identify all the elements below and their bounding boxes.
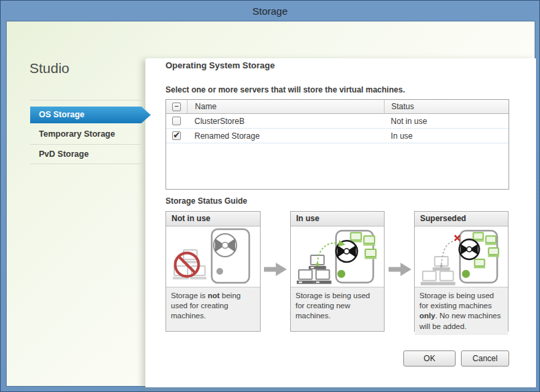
checkmark-icon: ✔ xyxy=(173,131,180,139)
server-status: In use xyxy=(384,131,509,141)
guide-heading: Storage Status Guide xyxy=(165,196,247,206)
server-table: – Name Status ClusterStoreB Not in use ✔ xyxy=(165,99,509,190)
server-name: Renamed Storage xyxy=(187,131,384,141)
checkbox-cell xyxy=(166,114,187,128)
cancel-button[interactable]: Cancel xyxy=(461,350,509,367)
sidebar-item-os-storage[interactable]: OS Storage xyxy=(30,101,145,123)
card-caption: Storage is being used for creating new m… xyxy=(291,287,384,331)
guide-card-not-in-use: Not in use xyxy=(165,211,261,332)
window-title: Storage xyxy=(253,5,288,17)
page-title: Operating System Storage xyxy=(165,60,275,70)
table-header-row: – Name Status xyxy=(166,100,509,114)
guide-card-in-use: In use xyxy=(290,211,385,332)
column-header-name[interactable]: Name xyxy=(188,102,384,111)
not-in-use-illustration-icon xyxy=(166,226,260,287)
card-caption: Storage is not being used for creating m… xyxy=(166,287,260,331)
studio-brand: Studio xyxy=(29,60,70,76)
table-row[interactable]: ✔ Renamed Storage In use xyxy=(166,129,509,143)
title-bar[interactable]: Storage xyxy=(1,1,539,21)
select-all-cell: – xyxy=(166,100,188,113)
card-title: In use xyxy=(291,212,384,226)
sidebar-item-temporary-storage[interactable]: Temporary Storage xyxy=(30,123,145,145)
guide-card-superseded: Superseded xyxy=(414,211,509,332)
sidebar-item-pvd-storage[interactable]: PvD Storage xyxy=(30,145,145,164)
sidebar-item-label: OS Storage xyxy=(39,110,84,119)
row-checkbox-checked[interactable]: ✔ xyxy=(172,131,181,140)
indeterminate-icon: – xyxy=(174,103,178,110)
server-name: ClusterStoreB xyxy=(187,117,384,126)
instruction-text: Select one or more servers that will sto… xyxy=(165,85,405,94)
select-all-checkbox[interactable]: – xyxy=(172,103,181,111)
sidebar-item-label: PvD Storage xyxy=(39,149,88,159)
checkbox-cell: ✔ xyxy=(166,129,187,143)
card-title: Not in use xyxy=(166,212,260,226)
card-title: Superseded xyxy=(415,212,508,226)
superseded-illustration-icon xyxy=(415,226,508,287)
sidebar-nav: OS Storage Temporary Storage PvD Storage xyxy=(30,100,145,164)
table-row[interactable]: ClusterStoreB Not in use xyxy=(166,114,509,129)
in-use-illustration-icon xyxy=(291,226,384,287)
dialog-content: Studio OS Storage Temporary Storage PvD … xyxy=(6,21,535,387)
card-caption: Storage is being used for existing machi… xyxy=(415,287,508,335)
column-header-status[interactable]: Status xyxy=(384,100,509,113)
server-status: Not in use xyxy=(384,117,509,126)
row-checkbox-unchecked[interactable] xyxy=(172,117,181,125)
sidebar-item-label: Temporary Storage xyxy=(39,129,115,139)
ok-button[interactable]: OK xyxy=(403,350,456,367)
selected-item-pennant: OS Storage xyxy=(30,107,151,123)
storage-dialog-window: Storage Studio OS Storage Temporary Stor… xyxy=(0,0,540,392)
